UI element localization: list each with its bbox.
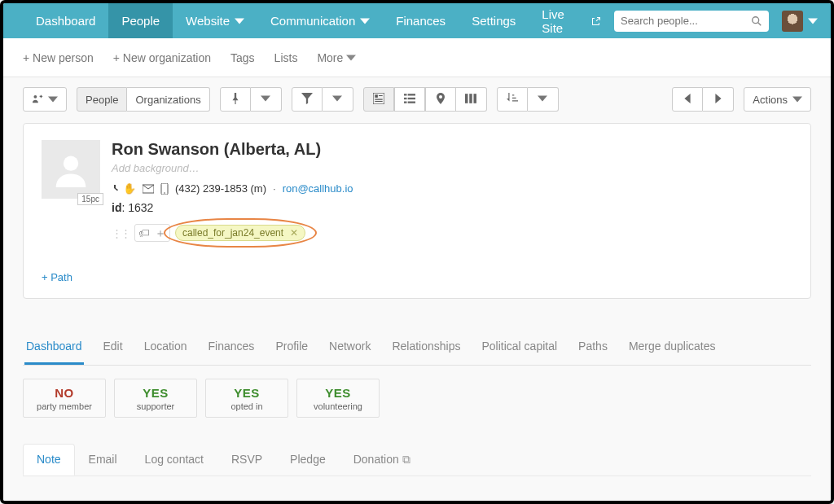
view-list[interactable] bbox=[394, 87, 425, 112]
filter-button[interactable] bbox=[292, 87, 323, 112]
tab-location[interactable]: Location bbox=[143, 331, 189, 365]
id-value: 1632 bbox=[128, 201, 153, 214]
funnel-icon bbox=[301, 93, 313, 107]
badge-15pc: 15pc bbox=[77, 193, 103, 205]
segment-organizations[interactable]: Organizations bbox=[127, 87, 209, 112]
status-label: opted in bbox=[230, 401, 262, 411]
tag-remove-icon[interactable]: ✕ bbox=[290, 227, 298, 239]
nav-finances-label: Finances bbox=[396, 14, 446, 28]
top-nav: Dashboard People Website Communication F… bbox=[3, 3, 831, 38]
ntab-pledge[interactable]: Pledge bbox=[276, 444, 340, 476]
ntab-label: Email bbox=[89, 453, 117, 466]
ntab-note[interactable]: Note bbox=[23, 444, 75, 476]
tab-edit[interactable]: Edit bbox=[102, 331, 125, 365]
tab-label: Profile bbox=[275, 340, 308, 353]
subnav-lists-label: Lists bbox=[274, 51, 298, 64]
columns-icon bbox=[465, 93, 476, 107]
ntab-log-contact[interactable]: Log contact bbox=[131, 444, 217, 476]
profile-info: Ron Swanson (Alberta, AL) Add background… bbox=[112, 140, 353, 242]
tab-label: Network bbox=[329, 340, 371, 353]
subnav-more[interactable]: More bbox=[317, 51, 356, 64]
id-line: id: 1632 bbox=[112, 201, 353, 214]
nav-finances[interactable]: Finances bbox=[383, 3, 459, 38]
ntab-email[interactable]: Email bbox=[75, 444, 131, 476]
svg-rect-13 bbox=[407, 101, 415, 103]
tab-network[interactable]: Network bbox=[327, 331, 372, 365]
chevron-down-icon bbox=[235, 16, 244, 26]
pager bbox=[672, 87, 734, 112]
profile-avatar[interactable]: 15pc bbox=[42, 140, 100, 199]
drag-handle-icon[interactable]: ⋮⋮ bbox=[112, 227, 129, 239]
ntab-rsvp[interactable]: RSVP bbox=[217, 444, 276, 476]
status-supporter[interactable]: YES supporter bbox=[114, 379, 197, 418]
sort-icon bbox=[507, 93, 518, 107]
nav-website[interactable]: Website bbox=[173, 3, 257, 38]
tab-political-capital[interactable]: Political capital bbox=[480, 331, 559, 365]
tab-merge-duplicates[interactable]: Merge duplicates bbox=[627, 331, 718, 365]
actions-button[interactable]: Actions bbox=[744, 87, 811, 112]
svg-rect-15 bbox=[465, 94, 468, 103]
nav-people[interactable]: People bbox=[108, 3, 173, 38]
sort-button[interactable] bbox=[497, 87, 528, 112]
view-map[interactable] bbox=[425, 87, 456, 112]
tab-profile[interactable]: Profile bbox=[274, 331, 309, 365]
tab-paths[interactable]: Paths bbox=[577, 331, 609, 365]
ntab-label: Log contact bbox=[145, 453, 204, 466]
svg-point-0 bbox=[753, 16, 759, 23]
tag-tools: 🏷 ＋ bbox=[134, 224, 170, 242]
user-filter-button[interactable] bbox=[23, 87, 67, 112]
avatar-menu[interactable] bbox=[808, 16, 818, 26]
pager-prev[interactable] bbox=[672, 87, 703, 112]
tab-finances[interactable]: Finances bbox=[207, 331, 257, 365]
segment-people[interactable]: People bbox=[77, 87, 127, 112]
add-path-link[interactable]: + Path bbox=[42, 271, 72, 283]
view-columns[interactable] bbox=[456, 87, 487, 112]
svg-rect-4 bbox=[375, 94, 378, 98]
do-not-contact-icon: ✋ bbox=[112, 182, 136, 195]
tag-link-icon[interactable]: 🏷 bbox=[138, 227, 150, 239]
pager-next[interactable] bbox=[703, 87, 734, 112]
svg-line-1 bbox=[758, 22, 762, 25]
status-party-member[interactable]: NO party member bbox=[23, 379, 106, 418]
pin-button[interactable] bbox=[220, 87, 251, 112]
status-volunteering[interactable]: YES volunteering bbox=[296, 379, 380, 418]
nav-website-label: Website bbox=[186, 14, 230, 28]
avatar[interactable] bbox=[782, 11, 803, 32]
nav-settings[interactable]: Settings bbox=[459, 3, 529, 38]
pin-dropdown-button[interactable] bbox=[251, 87, 282, 112]
ntab-label: Pledge bbox=[290, 453, 326, 466]
subnav-new-organization[interactable]: + New organization bbox=[113, 51, 211, 64]
nav-communication[interactable]: Communication bbox=[257, 3, 383, 38]
filter-dropdown-button[interactable] bbox=[323, 87, 353, 112]
tab-relationships[interactable]: Relationships bbox=[390, 331, 462, 365]
add-background[interactable]: Add background… bbox=[112, 162, 353, 174]
person-plus-icon bbox=[32, 93, 43, 107]
search-input[interactable] bbox=[614, 11, 769, 32]
profile-email[interactable]: ron@callhub.io bbox=[283, 182, 353, 195]
chevron-down-icon bbox=[538, 94, 547, 106]
status-opted-in[interactable]: YES opted in bbox=[205, 379, 288, 418]
ntab-label: Note bbox=[37, 453, 61, 466]
nav-live-site[interactable]: Live Site bbox=[529, 3, 614, 38]
svg-rect-17 bbox=[474, 94, 477, 103]
ntab-donation[interactable]: Donation ⧉ bbox=[340, 444, 424, 476]
tag-label: called_for_jan24_event bbox=[182, 227, 283, 239]
nav-dashboard[interactable]: Dashboard bbox=[23, 3, 108, 38]
tag-chip[interactable]: called_for_jan24_event ✕ bbox=[175, 225, 305, 241]
chevron-right-icon bbox=[713, 94, 723, 106]
svg-rect-11 bbox=[407, 97, 415, 99]
chevron-left-icon bbox=[683, 94, 692, 106]
profile-name: Ron Swanson (Alberta, AL) bbox=[112, 140, 353, 159]
ntab-label: RSVP bbox=[231, 453, 262, 466]
sort-dropdown-button[interactable] bbox=[528, 87, 559, 112]
subnav-tags[interactable]: Tags bbox=[230, 51, 255, 64]
view-card[interactable] bbox=[363, 87, 394, 112]
tab-dashboard[interactable]: Dashboard bbox=[24, 331, 84, 365]
subnav-lists[interactable]: Lists bbox=[274, 51, 298, 64]
tab-label: Political capital bbox=[481, 340, 557, 353]
subnav-new-person-label: + New person bbox=[23, 51, 94, 64]
chevron-down-icon bbox=[792, 94, 802, 104]
tag-add-icon[interactable]: ＋ bbox=[155, 227, 166, 239]
people-orgs-segment: People Organizations bbox=[77, 87, 210, 112]
subnav-new-person[interactable]: + New person bbox=[23, 51, 94, 64]
